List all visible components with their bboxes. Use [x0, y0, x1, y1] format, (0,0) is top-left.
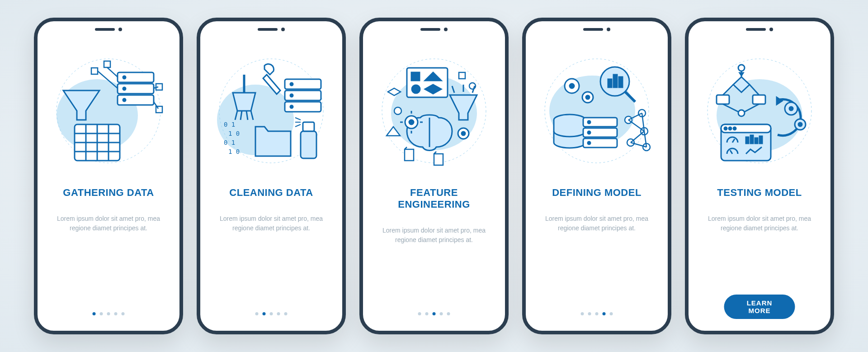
- learn-more-button[interactable]: LEARN MORE: [724, 295, 795, 319]
- dot-4[interactable]: [440, 312, 443, 315]
- svg-rect-100: [753, 95, 765, 104]
- dot-4[interactable]: [277, 312, 280, 315]
- svg-point-81: [588, 121, 590, 124]
- gathering-data-icon: [50, 52, 167, 170]
- svg-rect-121: [750, 135, 753, 143]
- dot-3[interactable]: [595, 312, 599, 315]
- svg-rect-40: [301, 131, 316, 158]
- svg-point-117: [733, 127, 736, 130]
- dot-5[interactable]: [122, 312, 125, 315]
- svg-point-38: [290, 94, 293, 97]
- pagination-dots: [418, 312, 450, 315]
- svg-rect-99: [717, 95, 729, 104]
- svg-text:1 0: 1 0: [228, 130, 240, 137]
- dot-5[interactable]: [610, 312, 613, 315]
- phone-screen-4: DEFINING MODEL Lorem ipsum dolor sit ame…: [522, 18, 671, 334]
- svg-point-115: [724, 127, 727, 130]
- svg-text:0 1: 0 1: [224, 139, 235, 146]
- svg-rect-123: [760, 136, 762, 143]
- screen-description: Lorem ipsum dolor sit amet pro, mea regi…: [54, 214, 163, 233]
- svg-line-91: [631, 131, 644, 143]
- svg-point-37: [290, 83, 293, 86]
- svg-point-69: [570, 84, 574, 88]
- svg-marker-107: [740, 73, 743, 76]
- svg-rect-74: [608, 79, 612, 87]
- phone-screen-2: 0 11 0 0 11 0 CLEANING DATA Lorem ipsu: [197, 18, 346, 334]
- dot-2[interactable]: [263, 312, 266, 315]
- svg-point-83: [588, 142, 590, 144]
- screen-description: Lorem ipsum dolor sit amet pro, mea regi…: [217, 214, 326, 233]
- pagination-dots: [581, 312, 613, 315]
- svg-point-50: [394, 107, 401, 114]
- svg-rect-52: [459, 72, 465, 79]
- svg-point-65: [462, 132, 465, 135]
- dot-5[interactable]: [447, 312, 450, 315]
- phone-speaker: [95, 28, 122, 31]
- svg-rect-9: [104, 61, 110, 67]
- dot-1[interactable]: [255, 312, 259, 315]
- svg-point-112: [798, 123, 802, 126]
- svg-point-39: [290, 105, 293, 108]
- phone-speaker: [420, 28, 448, 31]
- svg-point-116: [729, 127, 731, 130]
- dot-4[interactable]: [114, 312, 118, 315]
- svg-point-97: [738, 65, 745, 71]
- svg-point-47: [412, 85, 420, 93]
- svg-text:1 0: 1 0: [228, 148, 240, 155]
- phone-speaker: [258, 28, 285, 31]
- dot-4[interactable]: [603, 312, 606, 315]
- testing-model-icon: [701, 52, 818, 170]
- pagination-dots: [93, 312, 125, 315]
- screen-title: TESTING MODEL: [717, 187, 802, 199]
- dot-2[interactable]: [425, 312, 429, 315]
- svg-rect-75: [613, 75, 617, 87]
- svg-point-5: [123, 76, 126, 79]
- svg-point-110: [789, 107, 793, 110]
- dot-3[interactable]: [433, 312, 436, 315]
- svg-line-13: [107, 67, 118, 77]
- dot-5[interactable]: [284, 312, 288, 315]
- dot-1[interactable]: [581, 312, 584, 315]
- screen-description: Lorem ipsum dolor sit amet pro, mea regi…: [705, 214, 814, 233]
- svg-rect-41: [303, 122, 314, 131]
- phone-screen-5: TESTING MODEL Lorem ipsum dolor sit amet…: [685, 18, 834, 334]
- screen-description: Lorem ipsum dolor sit amet pro, mea regi…: [542, 214, 651, 233]
- svg-point-59: [409, 120, 414, 124]
- dot-3[interactable]: [107, 312, 110, 315]
- svg-rect-45: [411, 72, 420, 81]
- dot-2[interactable]: [588, 312, 591, 315]
- phone-speaker: [746, 28, 773, 31]
- dot-2[interactable]: [100, 312, 103, 315]
- screen-title: DEFINING MODEL: [552, 187, 642, 199]
- dot-3[interactable]: [270, 312, 273, 315]
- svg-rect-122: [755, 138, 758, 143]
- screen-title: FEATURE ENGINEERING: [374, 187, 494, 210]
- phone-screen-3: FEATURE ENGINEERING Lorem ipsum dolor si…: [359, 18, 509, 334]
- dot-1[interactable]: [93, 312, 96, 315]
- screen-description: Lorem ipsum dolor sit amet pro, mea regi…: [380, 226, 488, 245]
- cleaning-data-icon: 0 11 0 0 11 0: [212, 52, 330, 170]
- svg-text:0 1: 0 1: [224, 121, 235, 128]
- svg-point-71: [586, 95, 590, 99]
- phone-speaker: [583, 28, 610, 31]
- svg-point-6: [123, 87, 126, 90]
- svg-rect-8: [91, 68, 98, 74]
- svg-point-82: [588, 131, 590, 134]
- svg-rect-120: [746, 137, 749, 143]
- feature-engineering-icon: [375, 52, 493, 170]
- svg-point-101: [738, 110, 745, 116]
- screen-title: CLEANING DATA: [229, 187, 313, 199]
- defining-model-icon: [538, 52, 656, 170]
- svg-point-7: [123, 99, 126, 101]
- dot-1[interactable]: [418, 312, 421, 315]
- pagination-dots: [255, 312, 288, 315]
- screen-title: GATHERING DATA: [63, 187, 154, 199]
- svg-rect-76: [619, 77, 623, 87]
- phone-screen-1: GATHERING DATA Lorem ipsum dolor sit ame…: [34, 18, 183, 334]
